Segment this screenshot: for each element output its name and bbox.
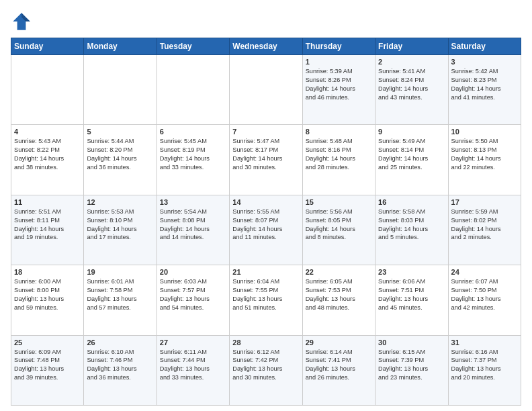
cell-content: Sunrise: 5:48 AM Sunset: 8:16 PM Dayligh… <box>306 137 372 172</box>
day-cell-25: 25Sunrise: 6:09 AM Sunset: 7:48 PM Dayli… <box>11 335 84 405</box>
day-number: 14 <box>232 198 299 206</box>
cell-content: Sunrise: 6:01 AM Sunset: 7:58 PM Dayligh… <box>87 277 153 312</box>
day-number: 3 <box>451 58 518 66</box>
day-cell-18: 18Sunrise: 6:00 AM Sunset: 8:00 PM Dayli… <box>11 265 84 335</box>
day-cell-14: 14Sunrise: 5:55 AM Sunset: 8:07 PM Dayli… <box>230 195 302 265</box>
empty-cell <box>84 55 157 125</box>
day-number: 15 <box>306 198 372 206</box>
week-row-4: 25Sunrise: 6:09 AM Sunset: 7:48 PM Dayli… <box>11 335 521 405</box>
header <box>11 11 521 32</box>
weekday-header-row: SundayMondayTuesdayWednesdayThursdayFrid… <box>11 38 521 55</box>
day-number: 10 <box>451 128 518 136</box>
day-number: 21 <box>232 268 299 276</box>
day-cell-8: 8Sunrise: 5:48 AM Sunset: 8:16 PM Daylig… <box>302 125 375 195</box>
day-cell-15: 15Sunrise: 5:56 AM Sunset: 8:05 PM Dayli… <box>302 195 375 265</box>
cell-content: Sunrise: 5:55 AM Sunset: 8:07 PM Dayligh… <box>232 208 299 242</box>
day-number: 13 <box>160 198 226 206</box>
cell-content: Sunrise: 5:47 AM Sunset: 8:17 PM Dayligh… <box>232 137 299 172</box>
empty-cell <box>11 55 84 125</box>
cell-content: Sunrise: 6:14 AM Sunset: 7:41 PM Dayligh… <box>306 348 372 383</box>
cell-content: Sunrise: 6:10 AM Sunset: 7:46 PM Dayligh… <box>87 348 153 383</box>
empty-cell <box>157 55 229 125</box>
logo-icon <box>11 11 32 32</box>
day-number: 8 <box>306 128 372 136</box>
day-number: 19 <box>87 268 153 276</box>
weekday-header-wednesday: Wednesday <box>230 38 302 55</box>
day-cell-13: 13Sunrise: 5:54 AM Sunset: 8:08 PM Dayli… <box>157 195 229 265</box>
cell-content: Sunrise: 5:51 AM Sunset: 8:11 PM Dayligh… <box>14 208 81 242</box>
day-cell-5: 5Sunrise: 5:44 AM Sunset: 8:20 PM Daylig… <box>84 125 157 195</box>
day-number: 12 <box>87 198 153 206</box>
day-cell-4: 4Sunrise: 5:43 AM Sunset: 8:22 PM Daylig… <box>11 125 84 195</box>
empty-cell <box>230 55 302 125</box>
day-cell-30: 30Sunrise: 6:15 AM Sunset: 7:39 PM Dayli… <box>375 335 448 405</box>
weekday-header-friday: Friday <box>375 38 448 55</box>
cell-content: Sunrise: 5:42 AM Sunset: 8:23 PM Dayligh… <box>451 67 518 102</box>
day-number: 5 <box>87 128 153 136</box>
day-number: 26 <box>87 338 153 347</box>
cell-content: Sunrise: 5:53 AM Sunset: 8:10 PM Dayligh… <box>87 208 153 242</box>
day-number: 18 <box>14 268 81 276</box>
weekday-header-monday: Monday <box>84 38 157 55</box>
day-number: 4 <box>14 128 81 136</box>
day-cell-3: 3Sunrise: 5:42 AM Sunset: 8:23 PM Daylig… <box>448 55 521 125</box>
weekday-header-thursday: Thursday <box>302 38 375 55</box>
cell-content: Sunrise: 6:06 AM Sunset: 7:51 PM Dayligh… <box>378 277 445 312</box>
cell-content: Sunrise: 5:44 AM Sunset: 8:20 PM Dayligh… <box>87 137 153 172</box>
day-cell-6: 6Sunrise: 5:45 AM Sunset: 8:19 PM Daylig… <box>157 125 229 195</box>
cell-content: Sunrise: 6:03 AM Sunset: 7:57 PM Dayligh… <box>160 277 226 312</box>
calendar: SundayMondayTuesdayWednesdayThursdayFrid… <box>11 38 521 406</box>
day-cell-29: 29Sunrise: 6:14 AM Sunset: 7:41 PM Dayli… <box>302 335 375 405</box>
day-cell-9: 9Sunrise: 5:49 AM Sunset: 8:14 PM Daylig… <box>375 125 448 195</box>
logo <box>11 11 35 32</box>
week-row-0: 1Sunrise: 5:39 AM Sunset: 8:26 PM Daylig… <box>11 55 521 125</box>
page: SundayMondayTuesdayWednesdayThursdayFrid… <box>0 0 532 411</box>
day-cell-27: 27Sunrise: 6:11 AM Sunset: 7:44 PM Dayli… <box>157 335 229 405</box>
weekday-header-sunday: Sunday <box>11 38 84 55</box>
day-number: 28 <box>232 338 299 347</box>
day-number: 16 <box>378 198 445 206</box>
day-number: 11 <box>14 198 81 206</box>
cell-content: Sunrise: 5:43 AM Sunset: 8:22 PM Dayligh… <box>14 137 81 172</box>
day-cell-12: 12Sunrise: 5:53 AM Sunset: 8:10 PM Dayli… <box>84 195 157 265</box>
cell-content: Sunrise: 5:50 AM Sunset: 8:13 PM Dayligh… <box>451 137 518 172</box>
cell-content: Sunrise: 6:00 AM Sunset: 8:00 PM Dayligh… <box>14 277 81 312</box>
cell-content: Sunrise: 5:39 AM Sunset: 8:26 PM Dayligh… <box>306 67 372 102</box>
day-number: 7 <box>232 128 299 136</box>
day-number: 9 <box>378 128 445 136</box>
day-number: 24 <box>451 268 518 276</box>
cell-content: Sunrise: 5:49 AM Sunset: 8:14 PM Dayligh… <box>378 137 445 172</box>
cell-content: Sunrise: 6:09 AM Sunset: 7:48 PM Dayligh… <box>14 348 81 383</box>
cell-content: Sunrise: 6:04 AM Sunset: 7:55 PM Dayligh… <box>232 277 299 312</box>
day-cell-2: 2Sunrise: 5:41 AM Sunset: 8:24 PM Daylig… <box>375 55 448 125</box>
weekday-header-saturday: Saturday <box>448 38 521 55</box>
day-number: 27 <box>160 338 226 347</box>
week-row-3: 18Sunrise: 6:00 AM Sunset: 8:00 PM Dayli… <box>11 265 521 335</box>
day-number: 20 <box>160 268 226 276</box>
cell-content: Sunrise: 5:41 AM Sunset: 8:24 PM Dayligh… <box>378 67 445 102</box>
day-number: 30 <box>378 338 445 347</box>
day-cell-20: 20Sunrise: 6:03 AM Sunset: 7:57 PM Dayli… <box>157 265 229 335</box>
cell-content: Sunrise: 5:45 AM Sunset: 8:19 PM Dayligh… <box>160 137 226 172</box>
day-number: 6 <box>160 128 226 136</box>
day-number: 22 <box>306 268 372 276</box>
day-number: 17 <box>451 198 518 206</box>
cell-content: Sunrise: 5:58 AM Sunset: 8:03 PM Dayligh… <box>378 208 445 242</box>
day-cell-16: 16Sunrise: 5:58 AM Sunset: 8:03 PM Dayli… <box>375 195 448 265</box>
day-cell-24: 24Sunrise: 6:07 AM Sunset: 7:50 PM Dayli… <box>448 265 521 335</box>
day-cell-23: 23Sunrise: 6:06 AM Sunset: 7:51 PM Dayli… <box>375 265 448 335</box>
cell-content: Sunrise: 5:54 AM Sunset: 8:08 PM Dayligh… <box>160 208 226 242</box>
cell-content: Sunrise: 6:12 AM Sunset: 7:42 PM Dayligh… <box>232 348 299 383</box>
day-cell-7: 7Sunrise: 5:47 AM Sunset: 8:17 PM Daylig… <box>230 125 302 195</box>
day-cell-10: 10Sunrise: 5:50 AM Sunset: 8:13 PM Dayli… <box>448 125 521 195</box>
day-number: 23 <box>378 268 445 276</box>
day-cell-19: 19Sunrise: 6:01 AM Sunset: 7:58 PM Dayli… <box>84 265 157 335</box>
day-number: 31 <box>451 338 518 347</box>
day-number: 29 <box>306 338 372 347</box>
cell-content: Sunrise: 6:11 AM Sunset: 7:44 PM Dayligh… <box>160 348 226 383</box>
cell-content: Sunrise: 5:56 AM Sunset: 8:05 PM Dayligh… <box>306 208 372 242</box>
day-cell-26: 26Sunrise: 6:10 AM Sunset: 7:46 PM Dayli… <box>84 335 157 405</box>
week-row-2: 11Sunrise: 5:51 AM Sunset: 8:11 PM Dayli… <box>11 195 521 265</box>
weekday-header-tuesday: Tuesday <box>157 38 229 55</box>
cell-content: Sunrise: 6:16 AM Sunset: 7:37 PM Dayligh… <box>451 348 518 383</box>
